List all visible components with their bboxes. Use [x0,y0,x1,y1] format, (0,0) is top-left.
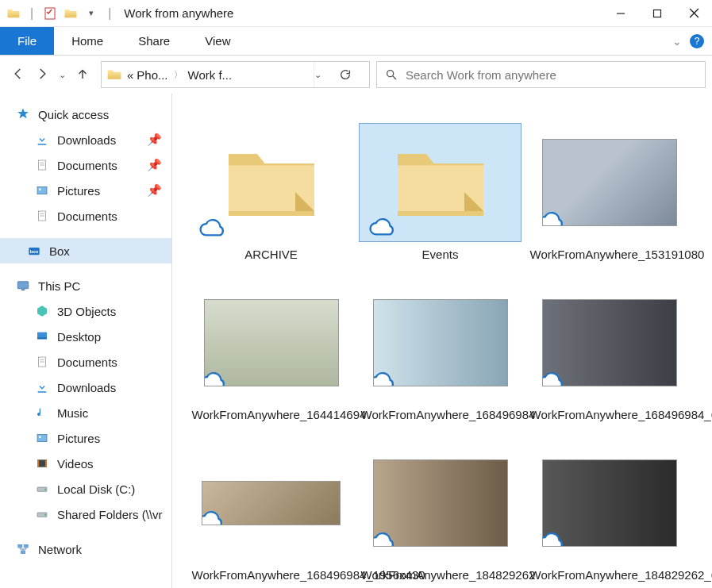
qat-customize-icon[interactable]: ▾ [83,5,100,22]
image-tile[interactable]: WorkFromAnywhere_168496984_1956x430 [187,425,356,586]
sidebar-item-label: Documents [57,209,117,223]
minimize-button[interactable] [602,0,639,27]
sidebar-item-label: Quick access [38,108,109,121]
tile-label: Events [422,247,459,263]
sidebar-item-documents[interactable]: Documents [0,349,171,375]
download-icon [35,380,49,394]
image-thumbnail [542,139,677,226]
tab-share[interactable]: Share [121,34,187,48]
picture-icon [35,431,49,445]
computer-icon [16,279,30,293]
thumbnail [359,283,521,402]
image-tile[interactable]: WorkFromAnywhere_184829262_600x205 [525,425,694,586]
collapse-ribbon-icon[interactable]: ⌄ [672,35,682,48]
sidebar-this-pc[interactable]: This PC [0,273,171,298]
sidebar-item-local-disk[interactable]: Local Disk (C:) [0,476,171,502]
thumbnail [359,444,521,563]
folder-tile[interactable]: ARCHIVE [187,105,356,265]
svg-rect-20 [37,337,47,339]
content-grid[interactable]: ARCHIVEEventsWorkFromAnywhere_153191080W… [172,94,712,588]
cloud-overlay-icon [373,371,398,386]
svg-text:box: box [30,249,39,254]
title-bar: | ▾ | Work from anywhere [0,0,712,27]
tile-label: WorkFromAnywhere_168496984 [361,407,520,423]
music-icon [35,405,49,420]
tab-home[interactable]: Home [54,34,121,48]
image-tile[interactable]: WorkFromAnywhere_164414694 [187,265,356,425]
document-icon [35,209,49,223]
sidebar-network[interactable]: Network [0,536,171,562]
thumbnail [528,123,691,242]
ribbon: File Home Share View ⌄ ? [0,27,712,56]
tab-view[interactable]: View [187,34,248,48]
sidebar-item-label: Local Disk (C:) [57,482,135,496]
chevron-right-icon[interactable]: 〉 [171,69,185,81]
address-bar-right: ⌄ [314,62,364,87]
cube-icon [35,304,49,318]
address-bar[interactable]: « Pho... 〉 Work f... ⌄ [101,61,370,88]
sidebar-item-label: Shared Folders (\\vr [57,508,163,521]
network-icon [16,542,30,556]
picture-icon [35,183,49,198]
image-thumbnail [373,459,508,547]
network-drive-icon [35,507,49,521]
sidebar-item-shared-folders[interactable]: Shared Folders (\\vr [0,502,171,527]
search-bar[interactable] [376,61,706,88]
image-thumbnail [542,299,677,386]
qat-properties-icon[interactable] [41,5,59,22]
svg-point-30 [44,489,46,490]
sidebar-item-pictures[interactable]: Pictures 📌 [0,178,171,203]
sidebar-item-box[interactable]: box Box [0,238,171,263]
sidebar-item-videos[interactable]: Videos [0,451,171,476]
sidebar-item-label: Videos [57,457,94,471]
sidebar-quick-access[interactable]: Quick access [0,102,171,127]
svg-rect-34 [24,544,29,548]
file-tab[interactable]: File [0,27,54,55]
folder-tile[interactable]: Events [356,105,525,265]
svg-rect-0 [45,8,55,19]
address-dropdown-icon[interactable]: ⌄ [314,70,321,80]
svg-rect-35 [21,551,25,555]
cloud-overlay-icon [204,371,229,386]
navigation-row: ⌄ « Pho... 〉 Work f... ⌄ [0,56,712,94]
help-icon[interactable]: ? [690,34,704,48]
sidebar-item-label: Documents [57,159,117,172]
up-button[interactable] [75,67,90,83]
crumb-overflow[interactable]: « [127,68,133,82]
sidebar-item-label: 3D Objects [57,305,116,318]
image-tile[interactable]: WorkFromAnywhere_168496984_600x205 [525,265,694,425]
sidebar-item-downloads[interactable]: Downloads [0,375,171,400]
svg-point-11 [39,188,41,190]
forward-button[interactable] [35,67,49,83]
sidebar-item-downloads[interactable]: Downloads 📌 [0,127,171,152]
tab-label: Home [71,34,103,48]
image-tile[interactable]: WorkFromAnywhere_184829262 [356,425,525,586]
sidebar-item-music[interactable]: Music [0,400,171,425]
close-button[interactable] [675,0,712,27]
search-input[interactable] [406,68,697,82]
sidebar-item-documents[interactable]: Documents 📌 [0,152,171,178]
sidebar-item-3d-objects[interactable]: 3D Objects [0,298,171,324]
crumb[interactable]: Pho... [137,68,167,82]
main-area: Quick access Downloads 📌 Documents 📌 Pic… [0,94,712,588]
svg-line-6 [393,76,396,79]
svg-rect-27 [37,459,39,467]
pin-icon: 📌 [147,133,162,147]
video-icon [35,456,49,471]
tile-label: WorkFromAnywhere_168496984_1956x430 [192,567,351,583]
image-tile[interactable]: WorkFromAnywhere_153191080 [525,105,694,265]
crumb-current[interactable]: Work f... [188,68,233,82]
sidebar-item-label: Box [49,244,70,258]
maximize-button[interactable] [639,0,675,27]
cloud-overlay-icon [202,510,226,525]
sidebar-item-desktop[interactable]: Desktop [0,324,171,349]
address-folder-icon [106,67,122,83]
pin-icon: 📌 [147,158,162,172]
qat-new-folder-icon[interactable] [62,5,79,22]
sidebar-item-documents[interactable]: Documents [0,203,171,229]
back-button[interactable] [11,67,25,83]
sidebar-item-pictures[interactable]: Pictures [0,425,171,451]
recent-locations-button[interactable]: ⌄ [59,70,66,80]
image-tile[interactable]: WorkFromAnywhere_168496984 [356,265,525,425]
refresh-button[interactable] [329,68,361,81]
